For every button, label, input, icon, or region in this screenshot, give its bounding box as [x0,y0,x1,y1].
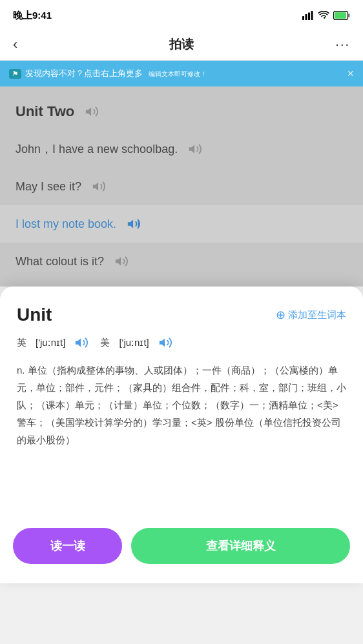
phonetic-us-text: ['juːnɪt] [119,337,149,348]
reading-text-2: May I see it? [16,180,81,194]
dict-definition: n. 单位（指构成整体的事物、人或团体）；一件（商品）；（公寓楼的）单元，单位；… [17,361,346,448]
back-button[interactable]: ‹ [13,36,39,53]
phonetic-us-label: 美 [100,337,110,349]
notice-text: 发现内容不对？点击右上角更多 编辑文本即可修改！ [25,68,339,79]
wifi-icon [318,11,329,20]
phonetic-us-sound-button[interactable] [158,334,175,351]
bottom-buttons: 读一读 查看详细释义 [0,518,363,583]
reading-item-1[interactable]: John，I have a new schoolbag. [0,130,363,168]
reading-text-4: What colout is it? [16,255,104,268]
sound-button-0[interactable] [82,102,101,121]
svg-rect-5 [335,12,346,19]
svg-rect-3 [311,11,313,20]
notice-flag-icon: ⚑ [9,69,21,79]
phonetic-row: 英 ['juːnɪt] 美 ['juːnɪt] [17,334,346,351]
svg-rect-1 [306,14,307,20]
add-vocab-button[interactable]: ⊕ 添加至生词本 [276,308,346,322]
dict-header: Unit ⊕ 添加至生词本 [17,305,346,325]
add-icon: ⊕ [276,308,285,322]
reading-text-3: I lost my note book. [16,217,116,231]
svg-rect-6 [348,14,350,17]
status-time: 晚上9:41 [13,10,52,22]
notice-banner: ⚑ 发现内容不对？点击右上角更多 编辑文本即可修改！ × [0,61,363,86]
reading-content-wrapper: Unit Two John，I have a new schoolbag. [0,86,363,287]
nav-title: 拍读 [39,36,324,53]
status-icons [302,11,350,20]
phonetic-en-sound-button[interactable] [74,334,91,351]
add-vocab-label: 添加至生词本 [288,309,346,321]
reading-text-1: John，I have a new schoolbag. [16,141,178,157]
status-bar: 晚上9:41 [0,0,363,28]
battery-icon [333,11,350,20]
nav-bar: ‹ 拍读 ··· [0,28,363,61]
detail-button[interactable]: 查看详细释义 [131,528,350,564]
more-button[interactable]: ··· [324,37,350,52]
reading-item-3[interactable]: I lost my note book. [0,205,363,243]
sound-button-1[interactable] [185,139,205,159]
sound-button-4[interactable] [112,252,131,271]
reading-item-0[interactable]: Unit Two [0,93,363,130]
read-button[interactable]: 读一读 [13,528,122,564]
phonetic-en-text: ['juːnɪt] [36,337,65,348]
notice-close-button[interactable]: × [347,67,354,81]
reading-item-2[interactable]: May I see it? [0,168,363,205]
signal-icon [302,11,314,20]
reading-content: Unit Two John，I have a new schoolbag. [0,86,363,287]
sound-button-3[interactable] [124,214,143,234]
phonetic-en-label: 英 [17,337,26,349]
reading-item-4[interactable]: What colout is it? [0,243,363,280]
dict-word: Unit [17,305,52,325]
dictionary-card: Unit ⊕ 添加至生词本 英 ['juːnɪt] 美 ['juːnɪt] n. [0,287,363,583]
svg-rect-2 [308,13,310,21]
notice-edit-label: 编辑文本即可修改！ [145,69,210,79]
svg-rect-0 [302,16,304,20]
reading-text-0: Unit Two [16,103,74,120]
sound-button-2[interactable] [89,177,109,196]
